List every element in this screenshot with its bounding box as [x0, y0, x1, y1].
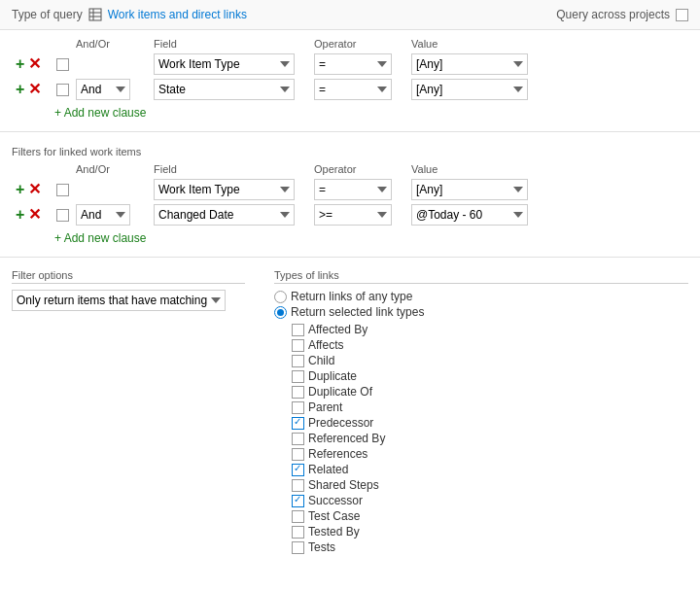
link-type-item[interactable]: Duplicate: [292, 369, 688, 383]
col-header-field: Field: [152, 36, 312, 52]
value-select[interactable]: [Any]: [411, 179, 528, 200]
lf-col-header-field: Field: [152, 161, 312, 177]
link-type-item[interactable]: Successor: [292, 494, 688, 507]
link-type-item[interactable]: References: [292, 447, 688, 461]
remove-row-button[interactable]: ✕: [26, 182, 43, 197]
link-type-checkbox[interactable]: [292, 526, 304, 539]
col-header-actions: [12, 36, 54, 52]
link-type-label: Affects: [308, 338, 343, 352]
link-types-list: Affected ByAffectsChildDuplicateDuplicat…: [292, 323, 688, 554]
table-row: +✕Work Item Type=[Any]: [12, 177, 688, 202]
types-of-links-title: Types of links: [274, 269, 688, 284]
link-type-item[interactable]: Duplicate Of: [292, 385, 688, 399]
lf-col-header-andor: And/Or: [74, 161, 152, 177]
add-row-button[interactable]: +: [14, 82, 26, 97]
row-checkbox[interactable]: [56, 84, 69, 96]
radio-item[interactable]: Return links of any type: [274, 290, 688, 303]
value-select[interactable]: @Today - 60: [411, 204, 528, 226]
link-type-checkbox[interactable]: [292, 339, 304, 352]
link-type-checkbox[interactable]: [292, 401, 304, 414]
add-row-button[interactable]: +: [14, 182, 26, 197]
link-type-checkbox[interactable]: [292, 464, 304, 476]
query-type-value[interactable]: Work items and direct links: [108, 8, 247, 21]
link-type-label: Tests: [308, 540, 335, 554]
bottom-section: Filter options Only return items that ha…: [0, 261, 700, 562]
link-type-label: Duplicate: [308, 369, 357, 383]
radio-dot: [274, 291, 287, 303]
filter-options-select[interactable]: Only return items that have matching lin…: [12, 290, 226, 311]
operator-select[interactable]: >=: [314, 204, 392, 226]
link-type-label: Child: [308, 354, 334, 367]
table-icon: [88, 8, 102, 21]
link-type-label: Parent: [308, 400, 342, 414]
remove-row-button[interactable]: ✕: [26, 82, 43, 97]
linked-add-clause[interactable]: + Add new clause: [54, 229, 146, 247]
row-checkbox[interactable]: [56, 184, 69, 196]
link-type-checkbox[interactable]: [292, 355, 304, 367]
andor-select[interactable]: AndOr: [76, 204, 130, 226]
top-add-clause[interactable]: + Add new clause: [54, 104, 146, 122]
link-type-checkbox[interactable]: [292, 541, 304, 554]
add-row-button[interactable]: +: [14, 207, 26, 223]
link-type-item[interactable]: Related: [292, 463, 688, 476]
svg-rect-0: [89, 9, 101, 20]
link-type-checkbox[interactable]: [292, 448, 304, 461]
link-type-checkbox[interactable]: [292, 370, 304, 383]
link-type-item[interactable]: Affects: [292, 338, 688, 352]
link-type-checkbox[interactable]: [292, 495, 304, 507]
query-type-label: Type of query: [12, 8, 83, 21]
link-type-item[interactable]: Shared Steps: [292, 478, 688, 492]
row-checkbox[interactable]: [56, 58, 69, 71]
field-select[interactable]: State: [154, 79, 295, 100]
value-select[interactable]: [Any]: [411, 53, 528, 75]
link-type-item[interactable]: Tested By: [292, 525, 688, 539]
link-type-checkbox[interactable]: [292, 324, 304, 336]
operator-select[interactable]: =: [314, 179, 392, 200]
link-type-item[interactable]: Parent: [292, 400, 688, 414]
radio-item[interactable]: Return selected link types: [274, 305, 688, 319]
link-type-item[interactable]: Test Case: [292, 509, 688, 523]
value-select[interactable]: [Any]: [411, 79, 528, 100]
col-header-value: Value: [409, 36, 688, 52]
link-type-label: Affected By: [308, 323, 368, 336]
andor-select[interactable]: AndOr: [76, 79, 130, 100]
query-across-checkbox[interactable]: [676, 9, 688, 21]
link-type-item[interactable]: Referenced By: [292, 432, 688, 445]
row-checkbox[interactable]: [56, 209, 69, 222]
table-row: +✕Work Item Type=[Any]: [12, 52, 688, 77]
link-type-label: Successor: [308, 494, 363, 507]
linked-filters-table: And/Or Field Operator Value +✕Work Item …: [12, 161, 688, 227]
col-header-operator: Operator: [312, 36, 409, 52]
operator-select[interactable]: =: [314, 53, 392, 75]
link-type-checkbox[interactable]: [292, 510, 304, 523]
field-select[interactable]: Work Item Type: [154, 179, 295, 200]
link-type-item[interactable]: Predecessor: [292, 416, 688, 430]
link-type-item[interactable]: Child: [292, 354, 688, 367]
query-type-section: Type of query Work items and direct link…: [12, 8, 247, 21]
link-type-item[interactable]: Affected By: [292, 323, 688, 336]
add-row-button[interactable]: +: [14, 56, 26, 72]
query-across-label: Query across projects: [556, 8, 670, 21]
operator-select[interactable]: =: [314, 79, 392, 100]
link-type-label: Referenced By: [308, 432, 385, 445]
link-type-label: Related: [308, 463, 348, 476]
top-filters-table: And/Or Field Operator Value +✕Work Item …: [12, 36, 688, 102]
lf-col-header-cb: [54, 161, 74, 177]
remove-row-button[interactable]: ✕: [26, 56, 43, 72]
query-across-section: Query across projects: [556, 8, 688, 21]
link-type-checkbox[interactable]: [292, 433, 304, 445]
linked-filters-label: Filters for linked work items: [12, 146, 688, 157]
link-type-checkbox[interactable]: [292, 417, 304, 430]
link-type-checkbox[interactable]: [292, 386, 304, 399]
field-select[interactable]: Changed Date: [154, 204, 295, 226]
top-bar: Type of query Work items and direct link…: [0, 0, 700, 30]
link-type-label: Duplicate Of: [308, 385, 372, 399]
remove-row-button[interactable]: ✕: [26, 207, 43, 223]
top-filters-section: And/Or Field Operator Value +✕Work Item …: [0, 30, 700, 127]
field-select[interactable]: Work Item Type: [154, 53, 295, 75]
link-type-checkbox[interactable]: [292, 479, 304, 492]
link-type-label: Shared Steps: [308, 478, 379, 492]
linked-filters-section: Filters for linked work items And/Or Fie…: [0, 136, 700, 253]
link-type-item[interactable]: Tests: [292, 540, 688, 554]
radio-label: Return links of any type: [291, 290, 412, 303]
